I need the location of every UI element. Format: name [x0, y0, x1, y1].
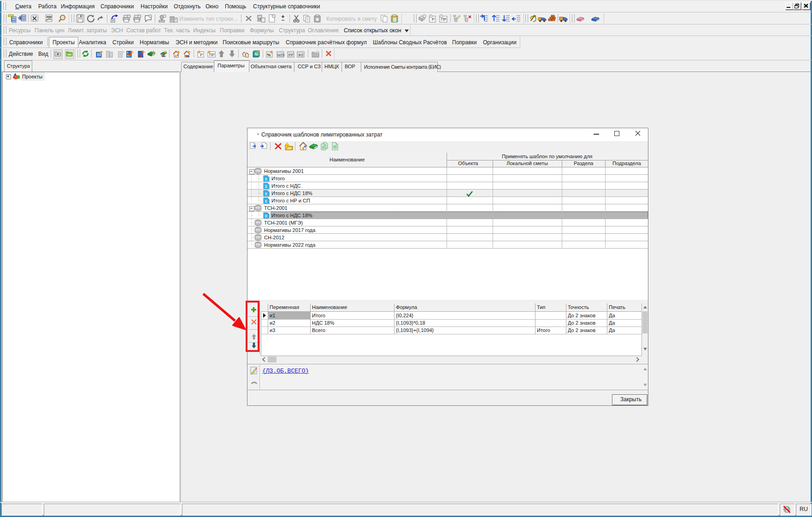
svg-text:ПР: ПР [441, 17, 447, 22]
svg-text:%: % [267, 53, 271, 57]
svg-text:%: % [255, 52, 258, 56]
svg-text:P: P [200, 53, 203, 57]
svg-text:М25: М25 [277, 53, 285, 57]
svg-text:ПР: ПР [209, 53, 215, 57]
svg-text:P: P [432, 17, 435, 22]
svg-text:PDF: PDF [47, 16, 52, 18]
